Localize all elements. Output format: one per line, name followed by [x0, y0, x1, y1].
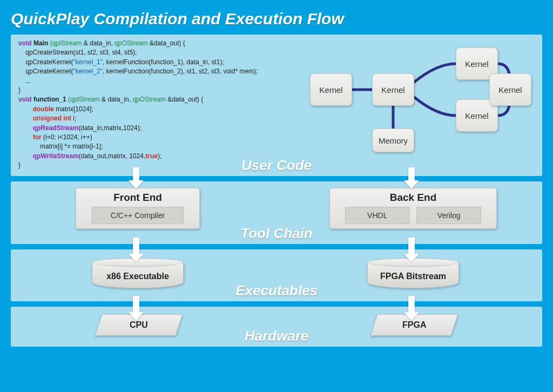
back-end-title: Back End: [330, 192, 496, 204]
band-user-code: void Main (qplStream & data_in, qpOStrea…: [11, 35, 542, 176]
band-label-exec: Executables: [235, 282, 318, 299]
page-title: QuickPlay Compilation and Execution Flow: [11, 10, 542, 28]
cylinder-x86: x86 Executable: [92, 258, 184, 288]
back-end-box: Back End VHDL Verilog: [329, 188, 497, 229]
node-kernel-1: Kernel: [310, 73, 352, 106]
band-executables: x86 Executable FPGA Bitstream Executable…: [11, 249, 542, 301]
arrow-user-to-front: [129, 167, 144, 189]
band-label-tool: Tool Chain: [240, 225, 312, 242]
node-kernel-5: Kernel: [489, 73, 531, 106]
band-tool-chain: Front End C/C++ Compiler Back End VHDL V…: [11, 181, 542, 244]
band-label-user: User Code: [241, 157, 312, 174]
arrow-user-to-back: [404, 167, 419, 189]
back-end-verilog: Verilog: [416, 207, 481, 224]
band-hardware: CPU FPGA Hardware: [11, 307, 542, 347]
cylinder-fpga-bitstream: FPGA Bitstream: [367, 258, 459, 288]
band-label-hw: Hardware: [245, 328, 309, 344]
arrow-front-to-x86: [129, 238, 144, 262]
arrow-bitstream-to-fpga: [404, 296, 419, 321]
front-end-title: Front End: [76, 192, 199, 204]
kernel-graph: Kernel Kernel Kernel Kernel Kernel Memor…: [310, 42, 531, 156]
back-end-vhdl: VHDL: [345, 207, 410, 224]
fpga-bitstream-label: FPGA Bitstream: [380, 272, 446, 281]
x86-label: x86 Executable: [106, 272, 169, 281]
node-memory: Memory: [372, 129, 414, 152]
front-end-compiler: C/C++ Compiler: [92, 207, 184, 224]
arrow-back-to-bitstream: [404, 238, 419, 262]
arrow-x86-to-cpu: [129, 296, 144, 321]
front-end-box: Front End C/C++ Compiler: [76, 188, 200, 229]
node-kernel-2: Kernel: [372, 73, 414, 106]
